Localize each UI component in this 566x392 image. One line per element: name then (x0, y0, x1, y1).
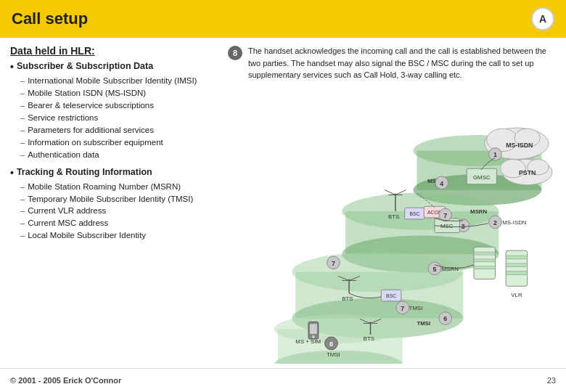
page-title: Call setup (12, 9, 88, 28)
bullet-dot-2: • (10, 168, 14, 178)
network-diagram: MS-ISDN PSTN 1 2 MS-ISDN GMSC (228, 87, 556, 364)
callout-number: 8 (228, 46, 242, 60)
svg-rect-69 (506, 271, 527, 274)
sub-item: –Mobile Station ISDN (MS-ISDN) (20, 87, 221, 99)
sub-item: –Mobile Station Roaming Number (MSRN) (20, 181, 221, 193)
bullet2: • Tracking & Routing Information (10, 167, 221, 178)
sub-item: –Bearer & teleservice subscriptions (20, 99, 221, 112)
sub-item: –Current VLR address (20, 205, 221, 217)
bullet2-label: Tracking & Routing Information (17, 167, 152, 177)
logo-badge: A (531, 7, 554, 30)
svg-text:TMSI: TMSI (409, 304, 423, 311)
bullet2-subitems: –Mobile Station Roaming Number (MSRN) –T… (20, 181, 221, 242)
svg-text:TMSI: TMSI (327, 351, 340, 357)
sub-item: –Local Mobile Subscriber Identity (20, 229, 221, 242)
svg-text:MSRN: MSRN (470, 208, 487, 215)
diagram-svg: MS-ISDN PSTN 1 2 MS-ISDN GMSC (228, 87, 556, 364)
left-panel: Data held in HLR: • Subscriber & Subscri… (10, 45, 221, 364)
svg-rect-68 (506, 263, 527, 266)
section1-title: Data held in HLR: (10, 45, 221, 57)
svg-text:4: 4 (440, 179, 443, 187)
svg-rect-83 (310, 324, 317, 334)
svg-text:1: 1 (493, 151, 497, 158)
svg-text:VLR: VLR (511, 292, 522, 298)
svg-text:7: 7 (401, 304, 404, 311)
sub-item: –Information on subscriber equipment (20, 136, 221, 149)
bullet1: • Subscriber & Subscription Data (10, 61, 221, 72)
svg-rect-80 (474, 258, 495, 261)
svg-text:PSTN: PSTN (519, 168, 536, 176)
svg-text:BTS: BTS (342, 295, 353, 301)
svg-text:2: 2 (493, 219, 497, 226)
sub-item: –Authentication data (20, 149, 221, 161)
svg-text:TMSI: TMSI (417, 320, 430, 327)
svg-text:BTS: BTS (388, 213, 399, 219)
footer-page: 23 (547, 376, 556, 385)
bullet1-subitems: –International Mobile Subscriber Identit… (20, 75, 221, 161)
svg-text:3: 3 (462, 222, 465, 229)
footer-copyright: © 2001 - 2005 Erick O'Connor (10, 376, 121, 385)
callout-text: The handset acknowledges the incoming ca… (248, 45, 556, 81)
sub-item: –Current MSC address (20, 217, 221, 229)
sub-item-parameters: –Parameters for additional services (20, 124, 221, 136)
sub-item: –International Mobile Subscriber Identit… (20, 75, 221, 87)
svg-rect-67 (506, 256, 527, 259)
svg-point-84 (312, 335, 315, 338)
svg-text:MS-ISDN: MS-ISDN (502, 219, 527, 225)
bullet-dot-1: • (10, 62, 14, 72)
svg-text:BSC: BSC (409, 211, 419, 216)
svg-rect-79 (474, 252, 495, 255)
main-content: Data held in HLR: • Subscriber & Subscri… (0, 38, 566, 368)
svg-text:GMSC: GMSC (473, 173, 491, 180)
svg-text:BSC: BSC (386, 293, 396, 298)
callout-box: 8 The handset acknowledges the incoming … (228, 45, 556, 81)
header: Call setup A (0, 0, 566, 38)
svg-text:MSC: MSC (440, 222, 454, 229)
svg-text:6: 6 (443, 315, 447, 322)
svg-text:8: 8 (329, 340, 333, 347)
svg-text:7: 7 (443, 211, 447, 219)
right-panel: 8 The handset acknowledges the incoming … (228, 45, 556, 364)
svg-rect-81 (474, 266, 495, 269)
sub-item: –Temporary Mobile Subscriber Identity (T… (20, 193, 221, 205)
svg-text:7: 7 (332, 259, 335, 266)
svg-line-37 (385, 189, 395, 195)
bullet1-label: Subscriber & Subscription Data (17, 61, 153, 71)
sub-item: –Service restrictions (20, 112, 221, 124)
svg-text:5: 5 (432, 265, 436, 272)
footer: © 2001 - 2005 Erick O'Connor 23 (0, 368, 566, 392)
svg-text:MS-ISDN: MS-ISDN (506, 141, 533, 148)
svg-text:BTS: BTS (364, 335, 374, 341)
